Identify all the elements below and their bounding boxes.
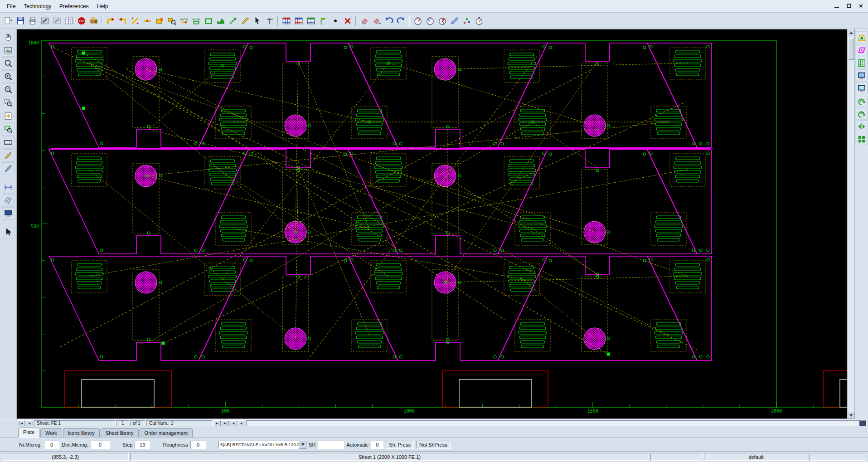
menu-preferences[interactable]: Preferences [55,1,93,11]
select-arrow-button[interactable] [2,226,15,238]
scroll-up-button[interactable] [848,29,854,36]
zoom-in-button[interactable] [2,70,15,83]
tab-work[interactable]: Work [40,428,62,437]
sr-field[interactable] [318,441,344,449]
tool-combobox[interactable]: 6[AR]:RECTANGLE LX=20 LY=5 R / 20.2 x5 [218,441,306,449]
measure-button[interactable] [448,15,461,27]
auto-leads-button[interactable]: AUTO [178,15,190,27]
image-preview-button[interactable] [2,44,15,57]
close-button[interactable]: × [855,1,867,10]
minimize-button[interactable] [831,1,842,10]
rotate-180-button[interactable]: 180 [855,107,868,120]
gauge-2-button[interactable] [424,15,436,27]
dim-microg-field[interactable]: 0 [91,441,110,449]
table-3-button[interactable] [305,15,317,27]
nest-button[interactable] [855,31,868,44]
monitor-cyan-button[interactable] [855,82,868,94]
lead-in-button[interactable] [104,15,116,27]
chamfer-button[interactable] [129,15,141,27]
edit-path-button[interactable] [239,15,251,27]
scroll-down-button[interactable] [848,412,854,419]
save-button[interactable] [14,15,26,27]
part-props-button[interactable] [39,15,51,27]
drawing-canvas[interactable]: 5001000150020001000500 [17,29,847,419]
zoom-fit-button[interactable] [2,110,15,122]
pan-hand-button[interactable] [2,31,15,44]
green-rect-button[interactable] [202,15,214,27]
print-button[interactable] [26,15,39,27]
dot-button[interactable] [329,15,341,27]
stop-button[interactable]: STOP [75,15,87,27]
timer-button[interactable] [473,15,485,27]
sh-press-cell[interactable]: Sh. Press [386,441,414,449]
eraser-no-button[interactable]: no [370,15,383,27]
rotate-90-button[interactable]: 90 [855,95,868,107]
tab-order-management[interactable]: Order management [140,428,193,437]
pen-add-button[interactable] [2,149,15,162]
lead-out-button[interactable] [116,15,129,27]
tool-axis-button[interactable] [263,15,276,27]
redo-button[interactable] [395,15,407,27]
horizontal-scroll-thumb[interactable] [859,421,866,426]
monitor-blue-button[interactable] [855,69,868,82]
horizontal-scroll-track[interactable] [246,420,867,426]
table-edit-button[interactable] [63,15,75,27]
nr-microg-field[interactable]: 0 [44,441,59,449]
monitor-button[interactable] [2,207,15,220]
vertical-scrollbar[interactable] [847,29,854,419]
delete-red-button[interactable] [341,15,354,27]
part-props-2-button[interactable] [51,15,63,27]
new-document-button[interactable] [2,15,14,27]
gauge-3-button[interactable] [436,15,448,27]
dimension-button[interactable] [2,181,15,194]
step-field[interactable]: 19 [135,441,150,449]
zoom-window-button[interactable] [2,97,15,109]
part-pink-button[interactable] [855,44,868,56]
auto-cut-button[interactable]: AUTO [190,15,202,27]
pen-edit-button[interactable] [2,162,15,175]
tab-sheet-library[interactable]: Sheet library [101,428,139,437]
undo-button[interactable] [383,15,395,27]
last-sheet-button[interactable]: ►| [222,420,229,426]
tool-combobox-button[interactable] [299,441,306,449]
microjoint-button[interactable] [141,15,153,27]
automatic-field[interactable]: 0 [371,441,383,449]
tab-icons-library[interactable]: Icons library [63,428,100,437]
gauge-1-button[interactable] [412,15,424,27]
loop-button[interactable] [153,15,165,27]
flag-button[interactable] [317,15,329,27]
simulate-button[interactable] [214,15,227,27]
hatch-button[interactable] [2,194,15,207]
sheet-name-field[interactable]: Sheet: FE 1 [34,420,116,426]
roughness-field[interactable]: 0 [190,441,206,449]
machine-button[interactable] [87,15,100,27]
zoom-out-button[interactable] [2,83,15,96]
hscroll-left-button[interactable]: ◄ [230,420,237,426]
hscroll-right-button[interactable]: ► [238,420,245,426]
mirror-button[interactable] [855,120,868,132]
eraser-button[interactable] [358,15,370,27]
vertical-scroll-thumb[interactable] [848,38,854,60]
points-button[interactable] [461,15,473,27]
menu-technology[interactable]: Technology [19,1,55,11]
vertical-scroll-track[interactable] [848,36,854,412]
next-sheet-button[interactable]: ► [213,420,221,426]
cut-number-field[interactable]: Cut Num.: 1 [146,420,213,426]
cut-order-button[interactable] [227,15,239,27]
zoom-button[interactable] [2,57,15,70]
menu-file[interactable]: File [3,1,19,11]
menu-help[interactable]: Help [93,1,112,11]
frames-button[interactable] [2,136,15,149]
zoom-tool-button[interactable] [165,15,178,27]
array-green-button[interactable] [855,133,868,145]
sheet-page-field[interactable]: 1 [116,420,129,426]
pick-button[interactable] [251,15,263,27]
tab-plate[interactable]: Plate [18,428,39,438]
prev-sheet-button[interactable]: ◄ [26,420,33,426]
first-sheet-button[interactable]: |◄ [18,420,25,426]
table-1-button[interactable] [280,15,292,27]
table-2-button[interactable] [292,15,305,27]
zoom-select-button[interactable] [2,123,15,136]
grid-green-button[interactable] [855,57,868,69]
maximize-button[interactable] [843,1,854,10]
